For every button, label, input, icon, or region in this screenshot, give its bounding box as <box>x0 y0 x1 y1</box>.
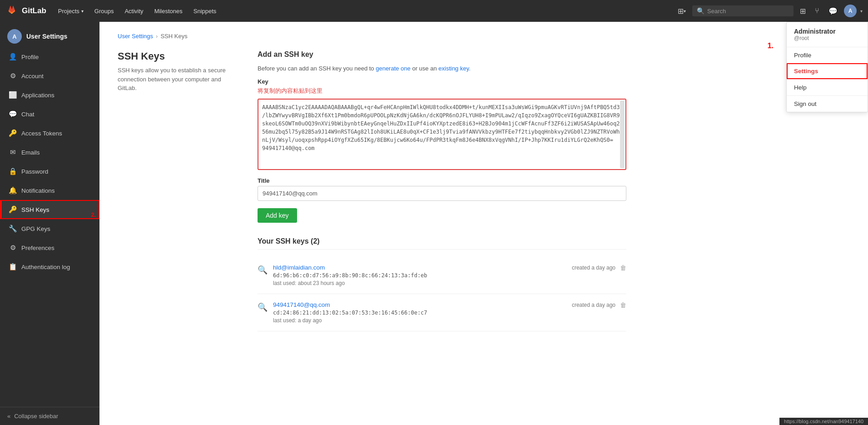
emails-icon: ✉ <box>9 148 17 156</box>
breadcrumb: User Settings › SSH Keys <box>118 33 626 40</box>
sidebar-item-auth-log[interactable]: 📋 Authentication log <box>0 257 99 276</box>
sidebar-item-applications[interactable]: ⬜ Applications <box>0 85 99 105</box>
sidebar-item-password[interactable]: 🔒 Password <box>0 162 99 181</box>
nav-milestones[interactable]: Milestones <box>150 5 187 17</box>
nav-groups[interactable]: Groups <box>90 5 119 17</box>
sidebar-item-gpg-keys[interactable]: 🔧 GPG Keys <box>0 219 99 238</box>
chat-icon: 💬 <box>9 110 17 118</box>
collapse-sidebar-btn[interactable]: « Collapse sidebar <box>0 407 99 425</box>
nav-right: ⊞ ▾ 🔍 ⊞ ⑂ 💬 A ▾ <box>675 4 863 18</box>
search-box: 🔍 <box>692 5 794 16</box>
dropdown-item-help[interactable]: Help <box>787 80 868 95</box>
generate-key-link[interactable]: generate one <box>376 65 411 72</box>
nav-snippets[interactable]: Snippets <box>189 5 221 17</box>
search-input[interactable] <box>707 8 789 15</box>
content-grid: SSH Keys SSH keys allow you to establish… <box>118 50 626 331</box>
preferences-icon: ⚙ <box>9 244 17 252</box>
dropdown-item-settings[interactable]: Settings <box>787 63 868 79</box>
sidebar-item-account[interactable]: ⚙ Account <box>0 66 99 85</box>
ssh-key-item-2: 🔍 949417140@qq.com cd:24:86:21:dd:13:02:… <box>258 294 626 331</box>
dropdown-username: Administrator <box>794 28 860 35</box>
ssh-key-delete-btn-2[interactable]: 🗑 <box>620 301 626 309</box>
nav-activity[interactable]: Activity <box>120 5 148 17</box>
ssh-key-meta-1: created a day ago 🗑 <box>572 264 626 271</box>
notifications-icon: 🔔 <box>9 186 17 195</box>
ssh-key-meta-2: created a day ago 🗑 <box>572 301 626 309</box>
profile-icon: 👤 <box>9 53 17 61</box>
auth-log-icon: 📋 <box>9 263 17 271</box>
app-layout: A User Settings 👤 Profile ⚙ Account ⬜ Ap… <box>0 0 868 425</box>
collapse-icon: « <box>7 413 10 420</box>
nav-links: Projects ▾ Groups Activity Milestones Sn… <box>54 5 221 17</box>
sidebar-item-access-tokens[interactable]: 🔑 Access Tokens <box>0 124 99 143</box>
page-description: SSH keys allow you to establish a secure… <box>118 66 236 93</box>
ssh-keys-icon: 🔑 <box>9 205 17 214</box>
ssh-key-last-used-2: last used: a day ago <box>273 317 566 324</box>
dropdown-item-signout[interactable]: Sign out <box>787 96 868 112</box>
plus-icon: ⊞ <box>678 7 684 15</box>
sidebar-avatar: A <box>7 29 22 44</box>
annotation-1: 1. <box>768 42 774 50</box>
sidebar-item-profile[interactable]: 👤 Profile <box>0 47 99 66</box>
ssh-key-fingerprint-2: cd:24:86:21:dd:13:02:5a:07:53:3e:16:45:6… <box>273 310 566 316</box>
password-icon: 🔒 <box>9 167 17 175</box>
layout-icon: ⊞ <box>800 7 806 15</box>
add-key-title: Add an SSH key <box>258 50 626 59</box>
ssh-key-last-used-1: last used: about 23 hours ago <box>273 280 566 286</box>
comment-icon-btn[interactable]: 💬 <box>826 4 840 18</box>
ssh-key-delete-btn-1[interactable]: 🗑 <box>620 264 626 271</box>
key-search-icon-2: 🔍 <box>258 302 268 312</box>
title-input[interactable] <box>258 186 626 201</box>
layout-icon-btn[interactable]: ⊞ <box>797 4 808 18</box>
merge-icon: ⑂ <box>815 7 819 15</box>
user-avatar[interactable]: A <box>844 5 857 17</box>
statusbar: https://blog.csdn.net/nan949417140 <box>779 418 868 425</box>
sidebar-title: User Settings <box>26 33 67 40</box>
plus-icon-btn[interactable]: ⊞ ▾ <box>675 4 689 18</box>
sidebar-item-notifications[interactable]: 🔔 Notifications <box>0 181 99 200</box>
title-form-group: Title <box>258 177 626 201</box>
breadcrumb-current: SSH Keys <box>160 33 187 40</box>
sidebar-item-emails[interactable]: ✉ Emails <box>0 143 99 162</box>
breadcrumb-separator: › <box>156 33 158 40</box>
sidebar-item-preferences[interactable]: ⚙ Preferences <box>0 238 99 257</box>
ssh-key-created-1: created a day ago <box>572 265 615 271</box>
account-icon: ⚙ <box>9 72 17 80</box>
add-key-info: Before you can add an SSH key you need t… <box>258 64 626 74</box>
ssh-key-fingerprint-1: 6d:96:b6:c0:d7:56:a9:8b:90:8c:66:24:13:3… <box>273 272 566 279</box>
textarea-scrollbar[interactable] <box>620 100 625 168</box>
sidebar-header: A User Settings <box>0 22 99 47</box>
main-content: User Settings › SSH Keys SSH Keys SSH ke… <box>99 22 868 425</box>
sidebar: A User Settings 👤 Profile ⚙ Account ⬜ Ap… <box>0 22 99 425</box>
brand-label: GitLab <box>22 6 46 15</box>
ssh-list-title: Your SSH keys (2) <box>258 237 626 250</box>
page-title: SSH Keys <box>118 50 236 62</box>
key-label: Key <box>258 78 626 85</box>
dropdown-handle: @root <box>794 35 860 41</box>
dropdown-header: Administrator @root <box>787 22 868 47</box>
key-textarea[interactable]: AAAABSNzaC1yc2EAAAADAQABAAABgQL+qr4wFeHC… <box>258 100 625 168</box>
existing-key-link[interactable]: existing key. <box>438 65 471 72</box>
ssh-key-info-2: 949417140@qq.com cd:24:86:21:dd:13:02:5a… <box>273 301 566 324</box>
search-icon: 🔍 <box>697 7 704 15</box>
left-column: SSH Keys SSH keys allow you to establish… <box>118 50 236 331</box>
gpg-keys-icon: 🔧 <box>9 225 17 233</box>
ssh-key-name-1[interactable]: hld@imlaidian.com <box>273 264 566 271</box>
sidebar-item-chat[interactable]: 💬 Chat <box>0 105 99 124</box>
sidebar-nav: 👤 Profile ⚙ Account ⬜ Applications 💬 Cha… <box>0 47 99 407</box>
applications-icon: ⬜ <box>9 91 17 99</box>
top-nav: GitLab Projects ▾ Groups Activity Milest… <box>0 0 868 22</box>
add-key-button[interactable]: Add key <box>258 208 297 223</box>
nav-projects[interactable]: Projects ▾ <box>54 5 88 17</box>
merge-icon-btn[interactable]: ⑂ <box>812 4 822 18</box>
right-column: Add an SSH key Before you can add an SSH… <box>258 50 626 331</box>
annotation-2: 2. <box>91 211 96 218</box>
dropdown-item-profile[interactable]: Profile <box>787 47 868 63</box>
ssh-key-created-2: created a day ago <box>572 302 615 308</box>
access-tokens-icon: 🔑 <box>9 129 17 137</box>
app-logo[interactable]: GitLab <box>5 5 46 17</box>
breadcrumb-parent[interactable]: User Settings <box>118 33 153 40</box>
ssh-key-name-2[interactable]: 949417140@qq.com <box>273 301 566 308</box>
main-inner: User Settings › SSH Keys SSH Keys SSH ke… <box>99 22 645 342</box>
sidebar-item-ssh-keys[interactable]: 🔑 SSH Keys 2. <box>0 200 99 219</box>
